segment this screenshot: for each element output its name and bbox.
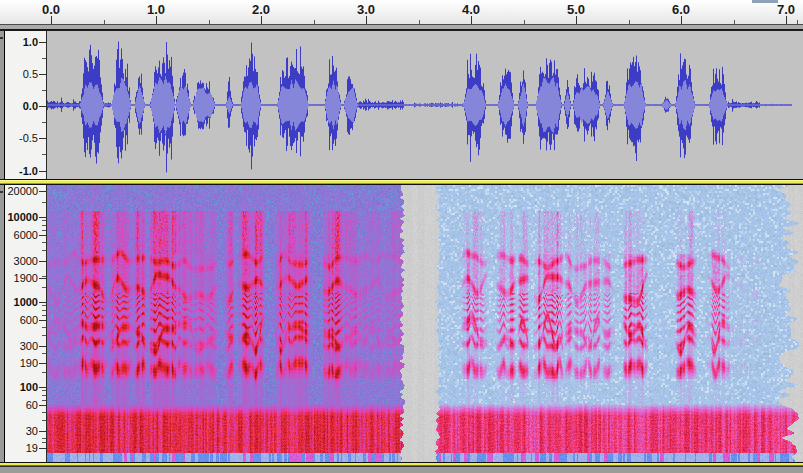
spectrogram-display[interactable] xyxy=(47,185,803,462)
waveform-display-area xyxy=(47,31,803,179)
panel-edge-tick xyxy=(0,191,3,193)
waveform-vertical-ruler[interactable]: 1.00.50.0-0.5-1.0 xyxy=(5,31,47,179)
frequency-ruler-minor-tick xyxy=(42,202,46,203)
frequency-ruler-label: 60 xyxy=(26,399,38,411)
frequency-ruler-minor-tick xyxy=(42,400,46,401)
spectrogram-vertical-ruler[interactable]: 2000010000600030001900100060030019010060… xyxy=(5,185,47,462)
frequency-ruler-minor-tick xyxy=(42,220,46,221)
amplitude-ruler-label: -1.0 xyxy=(19,165,38,177)
frequency-ruler-label: 1000 xyxy=(14,296,38,308)
amplitude-ruler-label: 0.0 xyxy=(23,100,38,112)
amplitude-ruler-label: 0.5 xyxy=(23,68,38,80)
frequency-ruler-minor-tick xyxy=(42,287,46,288)
amplitude-ruler-tick xyxy=(39,42,46,43)
timeline-major-tick xyxy=(471,16,472,24)
amplitude-ruler-tick xyxy=(39,138,46,139)
frequency-ruler-tick xyxy=(39,405,46,406)
frequency-ruler-tick xyxy=(39,191,46,192)
amplitude-ruler-tick xyxy=(39,106,46,107)
timeline-minor-tick xyxy=(524,20,525,24)
frequency-ruler-minor-tick xyxy=(42,438,46,439)
waveform-display[interactable] xyxy=(47,31,803,179)
frequency-ruler-tick xyxy=(39,302,46,303)
timeline-label: 6.0 xyxy=(672,2,690,17)
timeline-label: 5.0 xyxy=(567,2,585,17)
frequency-ruler-tick xyxy=(39,448,46,449)
frequency-ruler-tick xyxy=(39,346,46,347)
amplitude-ruler-minor-tick xyxy=(42,58,46,59)
timeline-major-tick xyxy=(261,16,262,24)
frequency-ruler-minor-tick xyxy=(42,395,46,396)
frequency-ruler-tick xyxy=(39,235,46,236)
frequency-ruler-label: 30 xyxy=(26,425,38,437)
timeline-major-tick xyxy=(786,16,787,24)
timeline-major-tick xyxy=(681,16,682,24)
spectrogram-track: 2000010000600030001900100060030019010060… xyxy=(0,184,803,462)
amplitude-ruler-label: -0.5 xyxy=(19,132,38,144)
frequency-ruler-tick xyxy=(39,278,46,279)
panel-edge-tick xyxy=(0,37,3,39)
frequency-ruler-tick xyxy=(39,320,46,321)
timeline-minor-tick xyxy=(104,20,105,24)
amplitude-ruler-minor-tick xyxy=(42,154,46,155)
frequency-ruler-tick xyxy=(39,217,46,218)
frequency-ruler-minor-tick xyxy=(42,420,46,421)
waveform-track: 1.00.50.0-0.5-1.0 xyxy=(0,30,803,179)
timeline-label: 3.0 xyxy=(357,2,375,17)
frequency-ruler-minor-tick xyxy=(42,412,46,413)
frequency-ruler-minor-tick xyxy=(42,310,46,311)
frequency-ruler-minor-tick xyxy=(42,305,46,306)
frequency-ruler-minor-tick xyxy=(42,390,46,391)
frequency-ruler-tick xyxy=(39,431,46,432)
amplitude-ruler-tick xyxy=(39,74,46,75)
frequency-ruler-minor-tick xyxy=(42,327,46,328)
timeline-minor-tick xyxy=(314,20,315,24)
timeline-label: 2.0 xyxy=(252,2,270,17)
frequency-ruler-label: 3000 xyxy=(14,255,38,267)
empty-track-area xyxy=(0,467,803,473)
frequency-ruler-minor-tick xyxy=(42,335,46,336)
frequency-ruler-minor-tick xyxy=(42,353,46,354)
timeline-minor-tick xyxy=(209,20,210,24)
spectrogram-display-area xyxy=(47,185,803,462)
frequency-ruler-tick xyxy=(39,387,46,388)
amplitude-ruler-label: 1.0 xyxy=(23,36,38,48)
frequency-ruler-minor-tick xyxy=(42,315,46,316)
frequency-ruler-label: 300 xyxy=(20,340,38,352)
timeline-label: 7.0 xyxy=(777,2,795,17)
scrollbar-fragment[interactable] xyxy=(752,0,778,3)
timeline-ruler[interactable]: 0.01.02.03.04.05.06.07.0 xyxy=(0,0,803,25)
frequency-ruler-minor-tick xyxy=(42,242,46,243)
timeline-minor-tick xyxy=(419,20,420,24)
frequency-ruler-label: 10000 xyxy=(7,211,38,223)
timeline-label: 0.0 xyxy=(42,2,60,17)
timeline-minor-tick xyxy=(797,20,798,24)
frequency-ruler-label: 190 xyxy=(20,357,38,369)
frequency-ruler-label: 20000 xyxy=(7,185,38,197)
frequency-ruler-label: 600 xyxy=(20,314,38,326)
timeline-label: 4.0 xyxy=(462,2,480,17)
frequency-ruler-tick xyxy=(39,261,46,262)
timeline-minor-tick xyxy=(629,20,630,24)
frequency-ruler-minor-tick xyxy=(42,230,46,231)
frequency-ruler-minor-tick xyxy=(42,276,46,277)
amplitude-ruler-minor-tick xyxy=(42,90,46,91)
frequency-ruler-tick xyxy=(39,363,46,364)
frequency-ruler-label: 19 xyxy=(26,442,38,454)
frequency-ruler-minor-tick xyxy=(42,372,46,373)
frequency-ruler-minor-tick xyxy=(42,442,46,443)
frequency-ruler-minor-tick xyxy=(42,225,46,226)
amplitude-ruler-tick xyxy=(39,171,46,172)
timeline-major-tick xyxy=(366,16,367,24)
timeline-minor-tick xyxy=(734,20,735,24)
timeline-major-tick xyxy=(51,16,52,24)
frequency-ruler-minor-tick xyxy=(42,250,46,251)
frequency-ruler-label: 100 xyxy=(20,381,38,393)
timeline-major-tick xyxy=(576,16,577,24)
timeline-label: 1.0 xyxy=(147,2,165,17)
amplitude-ruler-minor-tick xyxy=(42,122,46,123)
timeline-major-tick xyxy=(156,16,157,24)
frequency-ruler-label: 6000 xyxy=(14,229,38,241)
frequency-ruler-label: 1900 xyxy=(14,272,38,284)
audacity-track-window: 0.01.02.03.04.05.06.07.0 1.00.50.0-0.5-1… xyxy=(0,0,803,473)
